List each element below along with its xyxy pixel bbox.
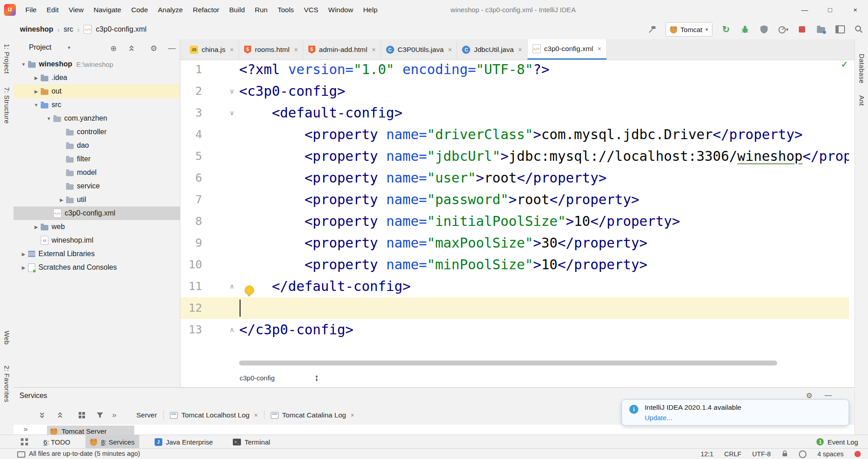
code-line[interactable]: <property name="initialPoolSize">10</pro…	[239, 211, 849, 232]
fold-marker-icon[interactable]: ∨	[226, 80, 237, 102]
menu-item-build[interactable]: Build	[224, 0, 250, 19]
code-line[interactable]: <?xml version="1.0" encoding="UTF-8"?>	[239, 59, 849, 80]
tree-collapsed-arrow-icon[interactable]: ▶	[57, 197, 66, 202]
menu-item-window[interactable]: Window	[323, 0, 358, 19]
toolwindow-button-java-enterprise[interactable]: JJava Enterprise	[150, 435, 217, 449]
profiler-button[interactable]: ▾	[778, 24, 788, 35]
menu-item-run[interactable]: Run	[250, 0, 273, 19]
select-opened-file-icon[interactable]: ⊕	[108, 43, 119, 54]
tree-item-filter[interactable]: filter	[14, 152, 180, 166]
code-line[interactable]: <property name="password">root</property…	[239, 189, 849, 211]
tab-admin-add-html[interactable]: 5admin-add.html×	[303, 39, 381, 60]
tree-item-c3p0-config-xml[interactable]: </>c3p0-config.xml	[14, 206, 180, 220]
toolwindow-button-terminal[interactable]: >_Terminal	[228, 435, 275, 449]
maximize-button[interactable]: □	[817, 0, 843, 19]
editor-breadcrumb-item[interactable]: c3p0-config	[240, 374, 275, 382]
tree-item-web[interactable]: ▶web	[14, 220, 180, 234]
tab-c3p0-config-xml[interactable]: </>c3p0-config.xml×	[528, 39, 607, 60]
tree-item-src[interactable]: ▼src	[14, 98, 180, 112]
menu-item-tools[interactable]: Tools	[273, 0, 299, 19]
notification-update-link[interactable]: Update...	[645, 414, 672, 422]
code-line[interactable]: <property name="user">root</property>	[239, 167, 849, 189]
menu-item-vcs[interactable]: VCS	[299, 0, 323, 19]
services-tab-server[interactable]: Server	[130, 407, 163, 423]
tree-expanded-arrow-icon[interactable]: ▼	[19, 62, 28, 67]
restore-layout-button[interactable]	[835, 24, 845, 35]
breadcrumb-item-c3p0-config-xml[interactable]: c3p0-config.xml	[96, 25, 146, 33]
tree-item-util[interactable]: ▶util	[14, 193, 180, 206]
tab-c3p0utils-java[interactable]: CC3P0Utils.java×	[381, 39, 458, 60]
services-tab-tomcat-localhost-log[interactable]: Tomcat Localhost Log×	[164, 407, 264, 423]
tree-item-out[interactable]: ▶out	[14, 84, 180, 98]
services-tree-item-tomcat-server[interactable]: Tomcat Server	[47, 426, 134, 435]
toolwindow-stripe-ant[interactable]: Ant	[858, 95, 865, 106]
tab-jdbcutil-java[interactable]: CJdbcUtil.java×	[457, 39, 527, 60]
search-everywhere-button[interactable]	[854, 24, 864, 35]
tree-item-model[interactable]: model	[14, 166, 180, 179]
tree-item-controller[interactable]: controller	[14, 125, 180, 139]
code-line[interactable]: <property name="jdbcUrl">jdbc:mysql://lo…	[239, 145, 849, 167]
close-button[interactable]: ×	[843, 0, 868, 19]
stop-button[interactable]	[797, 24, 807, 35]
toolwindow-stripe-1-project[interactable]: 1: Project	[3, 44, 10, 74]
line-separator-widget[interactable]: CRLF	[724, 450, 741, 458]
fold-marker-icon[interactable]: ∧	[226, 276, 237, 297]
debug-button[interactable]	[740, 24, 750, 35]
tree-expanded-arrow-icon[interactable]: ▼	[32, 103, 41, 108]
run-config-selector[interactable]: Tomcat ▾	[665, 22, 712, 37]
tab-close-icon[interactable]: ×	[294, 46, 297, 53]
tab-close-icon[interactable]: ×	[230, 46, 234, 53]
collapse-all-icon[interactable]	[55, 410, 65, 420]
menu-item-navigate[interactable]: Navigate	[89, 0, 126, 19]
toolwindow-stripe-web[interactable]: Web	[3, 331, 10, 345]
tab-close-icon[interactable]: ×	[254, 412, 258, 419]
encoding-widget[interactable]: UTF-8	[752, 450, 771, 458]
toolwindow-stripe-database[interactable]: Database	[858, 54, 865, 84]
coverage-button[interactable]	[759, 24, 769, 35]
caret-position-widget[interactable]: 12:1	[701, 450, 713, 458]
tree-item-com-yanzhen[interactable]: ▼com.yanzhen	[14, 112, 180, 125]
menu-item-help[interactable]: Help	[358, 0, 382, 19]
code-line[interactable]: <property name="minPoolSize">10</propert…	[239, 254, 849, 276]
menu-item-edit[interactable]: Edit	[42, 0, 64, 19]
code-line[interactable]: </c3p0-config>	[239, 319, 849, 341]
toolwindow-button-8-services[interactable]: 8: Services	[85, 435, 139, 449]
tree-collapsed-arrow-icon[interactable]: ▶	[32, 75, 41, 80]
tree-item-dao[interactable]: dao	[14, 139, 180, 152]
collapse-all-icon[interactable]	[126, 43, 137, 54]
breadcrumb-item-src[interactable]: src	[64, 25, 73, 33]
highlighting-level-icon[interactable]	[799, 450, 807, 458]
fold-marker-icon[interactable]: ∧	[226, 319, 237, 341]
tree-item-wineshop[interactable]: ▼wineshopE:\wineshop	[14, 57, 180, 71]
filter-icon[interactable]	[95, 410, 105, 420]
tree-item-wineshop-iml[interactable]: IJwineshop.iml	[14, 234, 180, 247]
tree-item-external-libraries[interactable]: ▶External Libraries	[14, 247, 180, 261]
horizontal-scrollbar[interactable]	[239, 361, 777, 365]
tab-rooms-html[interactable]: 5rooms.html×	[239, 39, 303, 60]
overflow-chevron-icon[interactable]: »	[24, 425, 28, 434]
menu-item-code[interactable]: Code	[126, 0, 153, 19]
expand-all-icon[interactable]	[37, 410, 47, 420]
toolwindow-stripe-7-structure[interactable]: 7: Structure	[3, 87, 10, 124]
code-line[interactable]: <property name="maxPoolSize">30</propert…	[239, 232, 849, 254]
menu-item-view[interactable]: View	[64, 0, 89, 19]
tree-collapsed-arrow-icon[interactable]: ▶	[32, 89, 41, 94]
sync-status-icon[interactable]	[17, 451, 25, 458]
inspections-ok-icon[interactable]: ✓	[841, 59, 848, 70]
chevron-down-icon[interactable]: ▾	[68, 45, 71, 51]
tree-expanded-arrow-icon[interactable]: ▼	[44, 116, 53, 121]
tree-item-scratches-and-consoles[interactable]: ▶Scratches and Consoles	[14, 261, 180, 274]
tab-close-icon[interactable]: ×	[598, 45, 601, 52]
group-by-icon[interactable]	[77, 410, 87, 420]
toolwindow-switcher-icon[interactable]	[21, 438, 28, 445]
code-line[interactable]: </default-config>	[239, 276, 849, 297]
menu-item-analyze[interactable]: Analyze	[153, 0, 188, 19]
code-line[interactable]: <property name="driverClass">com.mysql.j…	[239, 124, 849, 145]
toolwindow-stripe-2-favorites[interactable]: 2: Favorites	[3, 365, 10, 403]
tab-close-icon[interactable]: ×	[350, 412, 354, 419]
project-panel-title[interactable]: Project	[29, 43, 52, 52]
project-structure-button[interactable]	[816, 24, 826, 35]
tree-item-idea[interactable]: ▶.idea	[14, 71, 180, 84]
tree-collapsed-arrow-icon[interactable]: ▶	[32, 225, 41, 230]
readonly-lock-icon[interactable]	[782, 450, 788, 459]
